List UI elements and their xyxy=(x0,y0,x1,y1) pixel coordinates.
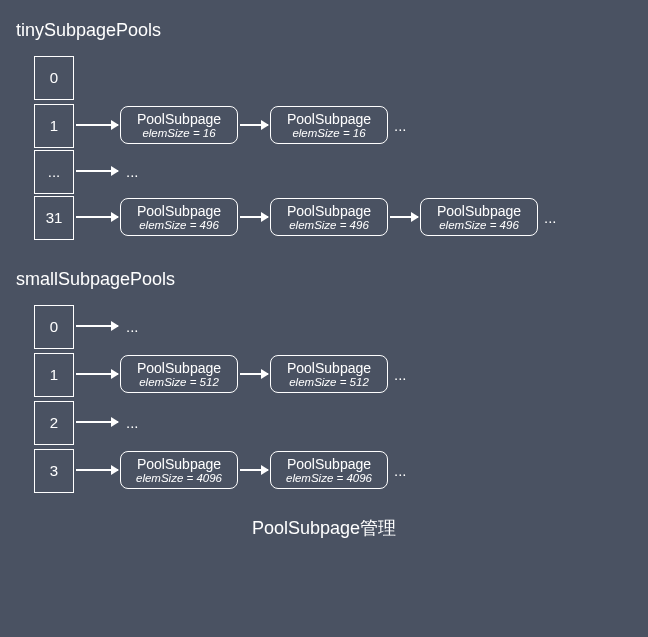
row-tiny-0: 0 xyxy=(34,53,632,101)
node-subtext: elemSize = 496 xyxy=(433,219,525,231)
node-title: PoolSubpage xyxy=(283,360,375,376)
row-tiny-31: 31 PoolSubpage elemSize = 496 PoolSubpag… xyxy=(34,193,632,241)
diagram-caption: PoolSubpage管理 xyxy=(16,516,632,540)
node-title: PoolSubpage xyxy=(283,456,375,472)
row-small-0: 0 ... xyxy=(34,302,632,350)
arrow-icon xyxy=(240,469,268,471)
node-title: PoolSubpage xyxy=(133,111,225,127)
index-cell: 0 xyxy=(34,56,74,100)
pool-subpage-node: PoolSubpage elemSize = 16 xyxy=(270,106,388,144)
arrow-icon xyxy=(76,325,118,327)
pool-subpage-node: PoolSubpage elemSize = 512 xyxy=(270,355,388,393)
arrow-icon xyxy=(76,421,118,423)
arrow-icon xyxy=(240,373,268,375)
node-subtext: elemSize = 512 xyxy=(283,376,375,388)
node-subtext: elemSize = 16 xyxy=(283,127,375,139)
node-subtext: elemSize = 16 xyxy=(133,127,225,139)
node-subtext: elemSize = 496 xyxy=(133,219,225,231)
pool-subpage-node: PoolSubpage elemSize = 496 xyxy=(120,198,238,236)
index-cell: 0 xyxy=(34,305,74,349)
arrow-icon xyxy=(76,216,118,218)
pool-subpage-node: PoolSubpage elemSize = 4096 xyxy=(120,451,238,489)
node-title: PoolSubpage xyxy=(283,111,375,127)
section-title-small: smallSubpagePools xyxy=(16,269,632,290)
pool-subpage-node: PoolSubpage elemSize = 496 xyxy=(420,198,538,236)
node-subtext: elemSize = 4096 xyxy=(133,472,225,484)
node-title: PoolSubpage xyxy=(133,203,225,219)
index-cell: 1 xyxy=(34,353,74,397)
arrow-icon xyxy=(76,469,118,471)
ellipsis: ... xyxy=(126,318,139,335)
index-cell: 31 xyxy=(34,196,74,240)
arrow-icon xyxy=(76,373,118,375)
index-cell: 1 xyxy=(34,104,74,148)
arrow-icon xyxy=(240,216,268,218)
node-subtext: elemSize = 496 xyxy=(283,219,375,231)
index-cell: ... xyxy=(34,150,74,194)
ellipsis: ... xyxy=(126,163,139,180)
row-tiny-ellipsis: ... ... xyxy=(34,149,632,193)
arrow-icon xyxy=(76,170,118,172)
ellipsis: ... xyxy=(126,414,139,431)
row-small-1: 1 PoolSubpage elemSize = 512 PoolSubpage… xyxy=(34,350,632,398)
pool-subpage-node: PoolSubpage elemSize = 512 xyxy=(120,355,238,393)
row-small-2: 2 ... xyxy=(34,398,632,446)
node-title: PoolSubpage xyxy=(133,360,225,376)
pool-subpage-node: PoolSubpage elemSize = 4096 xyxy=(270,451,388,489)
arrow-icon xyxy=(240,124,268,126)
pool-subpage-node: PoolSubpage elemSize = 496 xyxy=(270,198,388,236)
node-title: PoolSubpage xyxy=(133,456,225,472)
section-title-tiny: tinySubpagePools xyxy=(16,20,632,41)
index-cell: 3 xyxy=(34,449,74,493)
node-title: PoolSubpage xyxy=(433,203,525,219)
row-small-3: 3 PoolSubpage elemSize = 4096 PoolSubpag… xyxy=(34,446,632,494)
row-tiny-1: 1 PoolSubpage elemSize = 16 PoolSubpage … xyxy=(34,101,632,149)
node-title: PoolSubpage xyxy=(283,203,375,219)
ellipsis: ... xyxy=(544,209,557,226)
ellipsis: ... xyxy=(394,366,407,383)
arrow-icon xyxy=(390,216,418,218)
node-subtext: elemSize = 4096 xyxy=(283,472,375,484)
index-cell: 2 xyxy=(34,401,74,445)
ellipsis: ... xyxy=(394,462,407,479)
pool-subpage-node: PoolSubpage elemSize = 16 xyxy=(120,106,238,144)
arrow-icon xyxy=(76,124,118,126)
node-subtext: elemSize = 512 xyxy=(133,376,225,388)
ellipsis: ... xyxy=(394,117,407,134)
